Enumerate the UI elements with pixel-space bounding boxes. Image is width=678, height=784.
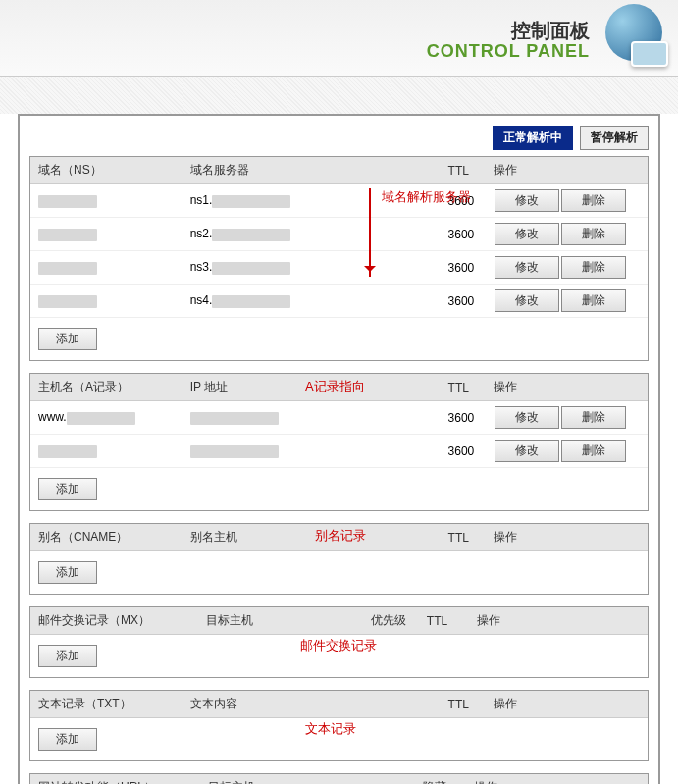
delete-button[interactable]: 删除: [561, 406, 626, 429]
delete-button[interactable]: 删除: [561, 256, 626, 279]
a-col-ttl: TTL: [441, 374, 486, 401]
mx-section: 邮件交换记录 邮件交换记录（MX） 目标主机 优先级 TTL 操作 添加: [29, 606, 649, 678]
txt-col-ops: 操作: [486, 691, 648, 718]
cname-col-ttl: TTL: [441, 524, 486, 551]
url-col-target: 目标主机: [200, 774, 415, 784]
url-col-host: 网站转发功能（URL）: [30, 774, 200, 784]
a-section: A记录指向 主机名（A记录） IP 地址 TTL 操作 www. 3600 修改…: [29, 373, 649, 511]
cname-col-host: 别名（CNAME）: [30, 524, 183, 551]
add-button[interactable]: 添加: [38, 328, 97, 350]
delete-button[interactable]: 删除: [561, 289, 626, 312]
url-col-hide: 隐藏: [415, 774, 466, 784]
txt-col-target: 文本内容: [183, 691, 359, 718]
txt-section: 文本记录 文本记录（TXT） 文本内容 TTL 操作 添加: [29, 690, 649, 761]
cname-col-target: 别名主机: [183, 524, 359, 551]
status-active[interactable]: 正常解析中: [493, 126, 573, 150]
table-row: ns3. 3600 修改删除: [30, 251, 648, 285]
mx-col-ttl: TTL: [419, 607, 469, 635]
delete-button[interactable]: 删除: [561, 223, 626, 245]
table-row: ns4. 3600 修改删除: [30, 285, 648, 318]
ns-col-host: 域名（NS）: [30, 157, 183, 184]
status-pause-button[interactable]: 暂停解析: [580, 126, 649, 150]
modify-button[interactable]: 修改: [495, 406, 559, 429]
modify-button[interactable]: 修改: [495, 223, 559, 245]
url-section: URL转发，国内记录都是被禁止的 网站转发功能（URL） 目标主机 隐藏 操作 …: [29, 773, 649, 784]
delete-button[interactable]: 删除: [561, 189, 626, 212]
a-col-target: IP 地址: [183, 374, 359, 401]
add-button[interactable]: 添加: [38, 561, 97, 584]
globe-icon: [600, 4, 670, 75]
txt-col-host: 文本记录（TXT）: [30, 691, 183, 718]
table-row: ns2. 3600 修改删除: [30, 218, 648, 251]
spacer: [0, 77, 678, 114]
add-button[interactable]: 添加: [38, 645, 97, 667]
url-col-ops: 操作: [466, 774, 648, 784]
page-title-cn: 控制面板: [511, 18, 590, 44]
mx-col-ops: 操作: [469, 607, 648, 635]
ns-col-target: 域名服务器: [183, 157, 359, 184]
txt-col-ttl: TTL: [441, 691, 486, 718]
table-row: www. 3600 修改删除: [30, 401, 648, 435]
add-button[interactable]: 添加: [38, 478, 97, 500]
add-button[interactable]: 添加: [38, 728, 97, 751]
ns-section: 域名解析服务器 域名（NS） 域名服务器 TTL 操作 ns1. 3600 修改…: [29, 156, 649, 361]
ns-col-ttl: TTL: [441, 157, 486, 184]
cname-col-ops: 操作: [486, 524, 648, 551]
arrow-icon: [369, 188, 371, 277]
a-col-ops: 操作: [486, 374, 648, 401]
mx-col-target: 目标主机: [198, 607, 363, 635]
ns-col-ops: 操作: [486, 157, 648, 184]
a-col-host: 主机名（A记录）: [30, 374, 183, 401]
page-title-en: CONTROL PANEL: [427, 41, 590, 62]
delete-button[interactable]: 删除: [561, 440, 626, 462]
modify-button[interactable]: 修改: [495, 256, 559, 279]
modify-button[interactable]: 修改: [495, 289, 559, 312]
mx-col-host: 邮件交换记录（MX）: [30, 607, 198, 635]
modify-button[interactable]: 修改: [495, 440, 559, 462]
table-row: 3600 修改删除: [30, 435, 648, 468]
modify-button[interactable]: 修改: [495, 189, 559, 212]
mx-col-pri: 优先级: [363, 607, 419, 635]
cname-section: 别名记录 别名（CNAME） 别名主机 TTL 操作 添加: [29, 523, 649, 595]
table-row: ns1. 3600 修改删除: [30, 184, 648, 218]
